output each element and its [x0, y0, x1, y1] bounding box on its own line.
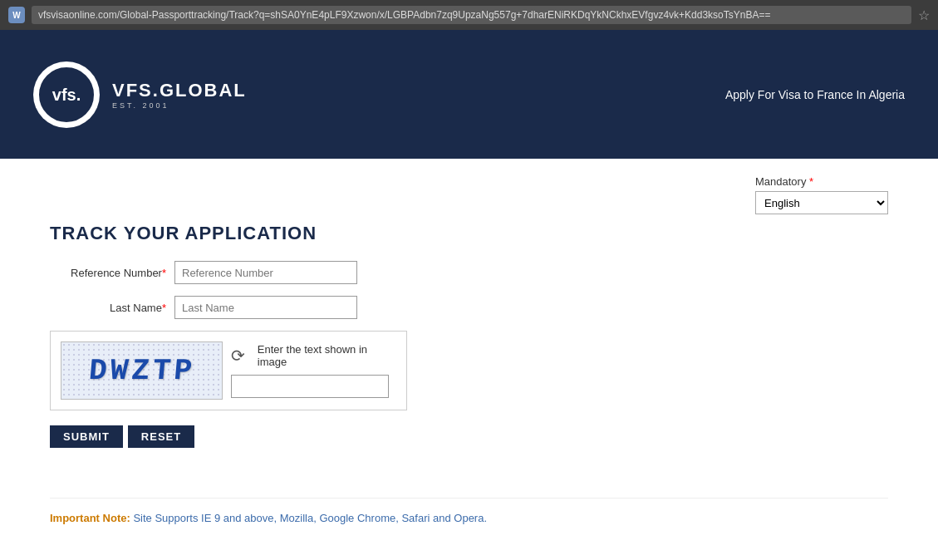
reference-number-row: Reference Number*	[50, 261, 888, 284]
logo-container: vfs. VFS.GLOBAL EST. 2001	[33, 61, 247, 128]
last-name-input[interactable]	[174, 296, 357, 319]
address-bar[interactable]: vfsvisaonline.com/Global-Passporttrackin…	[32, 6, 911, 24]
mandatory-container: Mandatory * English French Arabic	[755, 175, 888, 214]
logo-vfs-text: vfs.	[52, 86, 81, 103]
mandatory-label: Mandatory *	[755, 175, 888, 188]
important-note: Important Note: Site Supports IE 9 and a…	[50, 498, 888, 524]
bookmark-icon[interactable]: ☆	[918, 7, 930, 23]
page-title: TRACK YOUR APPLICATION	[50, 223, 888, 244]
mandatory-star: *	[809, 175, 813, 188]
captcha-refresh-row: ⟳ Enter the text shown in image	[231, 343, 396, 368]
reset-button[interactable]: RESET	[128, 425, 194, 448]
logo-inner: vfs.	[37, 65, 96, 125]
site-header: vfs. VFS.GLOBAL EST. 2001 Apply For Visa…	[0, 30, 938, 159]
reference-number-input[interactable]	[174, 261, 357, 284]
captcha-input[interactable]	[231, 375, 389, 398]
browser-chrome: W vfsvisaonline.com/Global-Passporttrack…	[0, 0, 938, 30]
captcha-container: DWZTP ⟳ Enter the text shown in image	[50, 331, 407, 410]
captcha-image: DWZTP	[61, 341, 223, 400]
submit-button[interactable]: SUBMIT	[50, 425, 123, 448]
mandatory-row: Mandatory * English French Arabic	[50, 175, 888, 214]
header-apply-text: Apply For Visa to France In Algeria	[725, 88, 905, 101]
logo-est: EST. 2001	[112, 101, 247, 110]
captcha-hint: Enter the text shown in image	[258, 343, 396, 368]
browser-icon: W	[8, 7, 25, 23]
language-select[interactable]: English French Arabic	[755, 191, 888, 214]
refresh-captcha-icon[interactable]: ⟳	[231, 346, 250, 366]
main-content: Mandatory * English French Arabic TRACK …	[0, 159, 938, 560]
captcha-right: ⟳ Enter the text shown in image	[231, 343, 396, 398]
important-text: Site Supports IE 9 and above, Mozilla, G…	[133, 512, 487, 524]
button-row: SUBMIT RESET	[50, 425, 888, 448]
captcha-text: DWZTP	[87, 354, 197, 388]
lastname-label: Last Name*	[50, 302, 166, 314]
important-label: Important Note:	[50, 512, 130, 524]
reference-label: Reference Number*	[50, 267, 166, 279]
logo-global: VFS.GLOBAL	[112, 80, 247, 101]
last-name-row: Last Name*	[50, 296, 888, 319]
logo-circle: vfs.	[33, 61, 100, 128]
required-star-ref: *	[162, 267, 166, 279]
required-star-last: *	[162, 302, 166, 314]
logo-text: VFS.GLOBAL EST. 2001	[112, 80, 247, 110]
